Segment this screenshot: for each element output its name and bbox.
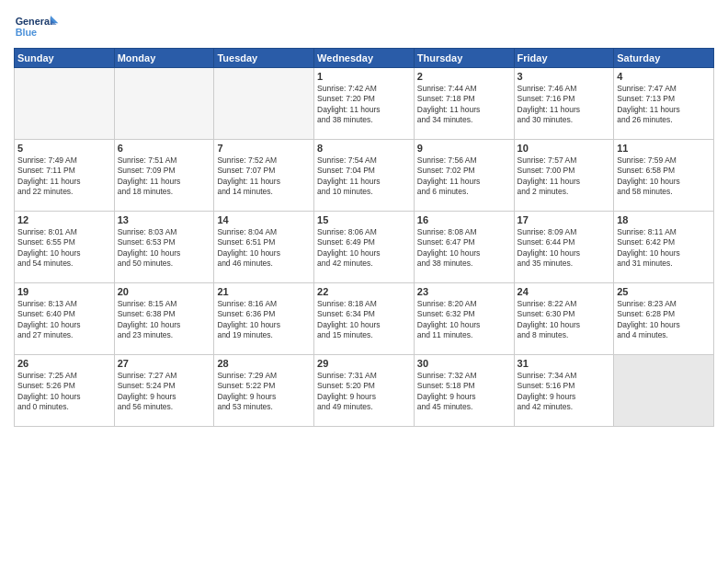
day-number: 5: [17, 143, 111, 154]
day-number: 27: [118, 358, 211, 369]
calendar-cell: 24Sunrise: 8:22 AM Sunset: 6:30 PM Dayli…: [514, 283, 614, 355]
calendar-cell: 17Sunrise: 8:09 AM Sunset: 6:44 PM Dayli…: [514, 212, 614, 283]
page-container: General Blue SundayMondayTuesdayWednesda…: [0, 0, 728, 436]
calendar-cell: 2Sunrise: 7:44 AM Sunset: 7:18 PM Daylig…: [414, 68, 514, 140]
day-info: Sunrise: 7:31 AM Sunset: 5:20 PM Dayligh…: [317, 371, 411, 413]
day-info: Sunrise: 8:06 AM Sunset: 6:49 PM Dayligh…: [317, 227, 411, 270]
day-number: 3: [518, 71, 611, 82]
day-number: 10: [518, 143, 611, 154]
calendar-cell: [214, 68, 314, 140]
day-info: Sunrise: 8:11 AM Sunset: 6:42 PM Dayligh…: [617, 227, 711, 270]
day-info: Sunrise: 7:46 AM Sunset: 7:16 PM Dayligh…: [518, 84, 611, 126]
day-number: 11: [617, 143, 711, 154]
day-info: Sunrise: 7:32 AM Sunset: 5:18 PM Dayligh…: [417, 371, 511, 413]
day-info: Sunrise: 7:57 AM Sunset: 7:00 PM Dayligh…: [518, 155, 611, 198]
day-info: Sunrise: 8:23 AM Sunset: 6:28 PM Dayligh…: [617, 299, 711, 341]
day-info: Sunrise: 8:01 AM Sunset: 6:55 PM Dayligh…: [17, 227, 111, 270]
calendar-cell: 31Sunrise: 7:34 AM Sunset: 5:16 PM Dayli…: [514, 355, 614, 427]
day-info: Sunrise: 8:04 AM Sunset: 6:51 PM Dayligh…: [217, 227, 311, 270]
weekday-header-monday: Monday: [114, 49, 214, 68]
calendar-cell: 10Sunrise: 7:57 AM Sunset: 7:00 PM Dayli…: [514, 140, 614, 212]
weekday-header-thursday: Thursday: [414, 49, 514, 68]
weekday-header-friday: Friday: [514, 49, 614, 68]
calendar-cell: 5Sunrise: 7:49 AM Sunset: 7:11 PM Daylig…: [15, 140, 115, 212]
day-info: Sunrise: 8:22 AM Sunset: 6:30 PM Dayligh…: [518, 299, 611, 341]
calendar-cell: 26Sunrise: 7:25 AM Sunset: 5:26 PM Dayli…: [15, 355, 115, 427]
day-info: Sunrise: 8:09 AM Sunset: 6:44 PM Dayligh…: [518, 227, 611, 270]
day-number: 12: [17, 214, 111, 225]
calendar-table: SundayMondayTuesdayWednesdayThursdayFrid…: [14, 48, 714, 427]
day-info: Sunrise: 7:25 AM Sunset: 5:26 PM Dayligh…: [17, 371, 111, 413]
calendar-cell: 13Sunrise: 8:03 AM Sunset: 6:53 PM Dayli…: [114, 212, 214, 283]
day-info: Sunrise: 8:18 AM Sunset: 6:34 PM Dayligh…: [317, 299, 411, 341]
day-number: 25: [617, 286, 711, 297]
calendar-cell: 20Sunrise: 8:15 AM Sunset: 6:38 PM Dayli…: [114, 283, 214, 355]
day-number: 24: [518, 286, 611, 297]
calendar-cell: 4Sunrise: 7:47 AM Sunset: 7:13 PM Daylig…: [614, 68, 714, 140]
day-info: Sunrise: 7:59 AM Sunset: 6:58 PM Dayligh…: [617, 155, 711, 198]
week-row-4: 19Sunrise: 8:13 AM Sunset: 6:40 PM Dayli…: [15, 283, 714, 355]
day-number: 16: [417, 214, 511, 225]
weekday-header-saturday: Saturday: [614, 49, 714, 68]
calendar-cell: 6Sunrise: 7:51 AM Sunset: 7:09 PM Daylig…: [114, 140, 214, 212]
day-info: Sunrise: 7:34 AM Sunset: 5:16 PM Dayligh…: [518, 371, 611, 413]
day-info: Sunrise: 7:54 AM Sunset: 7:04 PM Dayligh…: [317, 155, 411, 198]
calendar-cell: 16Sunrise: 8:08 AM Sunset: 6:47 PM Dayli…: [414, 212, 514, 283]
calendar-cell: 3Sunrise: 7:46 AM Sunset: 7:16 PM Daylig…: [514, 68, 614, 140]
day-info: Sunrise: 7:56 AM Sunset: 7:02 PM Dayligh…: [417, 155, 511, 198]
day-info: Sunrise: 8:20 AM Sunset: 6:32 PM Dayligh…: [417, 299, 511, 341]
day-info: Sunrise: 7:44 AM Sunset: 7:18 PM Dayligh…: [417, 84, 511, 126]
day-info: Sunrise: 8:03 AM Sunset: 6:53 PM Dayligh…: [118, 227, 211, 270]
day-number: 19: [17, 286, 111, 297]
day-number: 20: [118, 286, 211, 297]
day-number: 23: [417, 286, 511, 297]
day-info: Sunrise: 8:13 AM Sunset: 6:40 PM Dayligh…: [17, 299, 111, 341]
day-number: 15: [317, 214, 411, 225]
weekday-header-tuesday: Tuesday: [214, 49, 314, 68]
calendar-cell: 21Sunrise: 8:16 AM Sunset: 6:36 PM Dayli…: [214, 283, 314, 355]
week-row-3: 12Sunrise: 8:01 AM Sunset: 6:55 PM Dayli…: [15, 212, 714, 283]
calendar-cell: 27Sunrise: 7:27 AM Sunset: 5:24 PM Dayli…: [114, 355, 214, 427]
calendar-cell: 14Sunrise: 8:04 AM Sunset: 6:51 PM Dayli…: [214, 212, 314, 283]
calendar-cell: 1Sunrise: 7:42 AM Sunset: 7:20 PM Daylig…: [314, 68, 415, 140]
day-number: 30: [417, 358, 511, 369]
svg-text:General: General: [16, 16, 52, 27]
weekday-header-row: SundayMondayTuesdayWednesdayThursdayFrid…: [15, 49, 714, 68]
day-number: 8: [317, 143, 411, 154]
weekday-header-sunday: Sunday: [15, 49, 115, 68]
calendar-cell: 7Sunrise: 7:52 AM Sunset: 7:07 PM Daylig…: [214, 140, 314, 212]
day-number: 14: [217, 214, 311, 225]
day-number: 18: [617, 214, 711, 225]
calendar-cell: 18Sunrise: 8:11 AM Sunset: 6:42 PM Dayli…: [614, 212, 714, 283]
week-row-1: 1Sunrise: 7:42 AM Sunset: 7:20 PM Daylig…: [15, 68, 714, 140]
svg-text:Blue: Blue: [16, 27, 37, 38]
day-number: 1: [317, 71, 411, 82]
logo: General Blue: [14, 9, 60, 44]
day-number: 31: [518, 358, 611, 369]
calendar-cell: [614, 355, 714, 427]
day-number: 7: [217, 143, 311, 154]
day-number: 26: [17, 358, 111, 369]
calendar-cell: 23Sunrise: 8:20 AM Sunset: 6:32 PM Dayli…: [414, 283, 514, 355]
day-info: Sunrise: 7:42 AM Sunset: 7:20 PM Dayligh…: [317, 84, 411, 126]
day-info: Sunrise: 8:16 AM Sunset: 6:36 PM Dayligh…: [217, 299, 311, 341]
day-info: Sunrise: 7:29 AM Sunset: 5:22 PM Dayligh…: [217, 371, 311, 413]
calendar-cell: [15, 68, 115, 140]
calendar-cell: 19Sunrise: 8:13 AM Sunset: 6:40 PM Dayli…: [15, 283, 115, 355]
day-info: Sunrise: 7:27 AM Sunset: 5:24 PM Dayligh…: [118, 371, 211, 413]
week-row-2: 5Sunrise: 7:49 AM Sunset: 7:11 PM Daylig…: [15, 140, 714, 212]
calendar-cell: 22Sunrise: 8:18 AM Sunset: 6:34 PM Dayli…: [314, 283, 415, 355]
calendar-cell: 9Sunrise: 7:56 AM Sunset: 7:02 PM Daylig…: [414, 140, 514, 212]
calendar-cell: 25Sunrise: 8:23 AM Sunset: 6:28 PM Dayli…: [614, 283, 714, 355]
day-info: Sunrise: 7:52 AM Sunset: 7:07 PM Dayligh…: [217, 155, 311, 198]
calendar-cell: 12Sunrise: 8:01 AM Sunset: 6:55 PM Dayli…: [15, 212, 115, 283]
day-number: 21: [217, 286, 311, 297]
calendar-cell: 15Sunrise: 8:06 AM Sunset: 6:49 PM Dayli…: [314, 212, 415, 283]
day-number: 17: [518, 214, 611, 225]
day-info: Sunrise: 7:47 AM Sunset: 7:13 PM Dayligh…: [617, 84, 711, 126]
day-info: Sunrise: 8:15 AM Sunset: 6:38 PM Dayligh…: [118, 299, 211, 341]
day-number: 22: [317, 286, 411, 297]
day-info: Sunrise: 7:51 AM Sunset: 7:09 PM Dayligh…: [118, 155, 211, 198]
calendar-cell: 30Sunrise: 7:32 AM Sunset: 5:18 PM Dayli…: [414, 355, 514, 427]
day-info: Sunrise: 7:49 AM Sunset: 7:11 PM Dayligh…: [17, 155, 111, 198]
